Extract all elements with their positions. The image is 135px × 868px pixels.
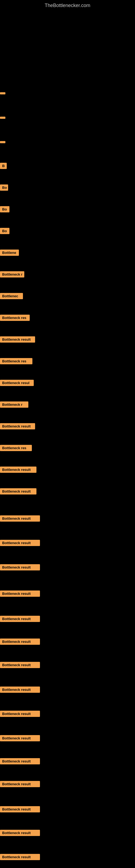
site-title: TheBottlenecker.com bbox=[0, 0, 135, 10]
bottleneck-result-box: Bottleneck result bbox=[0, 564, 40, 570]
bottleneck-result-box: Bottleneck res bbox=[0, 315, 30, 321]
bottleneck-result-box: Bottleneck result bbox=[0, 830, 40, 836]
bottleneck-result-box: Bottleneck result bbox=[0, 686, 40, 693]
bottleneck-result-box: Bottleneck r bbox=[0, 401, 28, 408]
bottleneck-result-box: Bottleneck r bbox=[0, 271, 24, 278]
bottleneck-result-box: B bbox=[0, 163, 7, 169]
bottleneck-result-box bbox=[0, 92, 5, 94]
bottleneck-result-box: Bottleneck res bbox=[0, 358, 32, 364]
bottleneck-result-box bbox=[0, 141, 5, 143]
bottleneck-result-box: Bottleneck result bbox=[0, 639, 40, 645]
bottleneck-result-box: Bottleneck result bbox=[0, 516, 40, 522]
bottleneck-result-box: Bottleneck result bbox=[0, 423, 35, 429]
bottleneck-result-box: Bottleneck res bbox=[0, 445, 32, 451]
bottleneck-result-box: Bottleneck result bbox=[0, 540, 40, 546]
bottleneck-result-box: Bottleneck result bbox=[0, 616, 40, 622]
bottleneck-result-box: Bottleneck result bbox=[0, 806, 40, 812]
bottleneck-result-box: Bottleneck resul bbox=[0, 380, 34, 386]
bottleneck-result-box: Bottleneck result bbox=[0, 662, 40, 668]
bottleneck-result-box: Bottleneck result bbox=[0, 735, 40, 741]
bottleneck-result-box: Bottleneck result bbox=[0, 854, 40, 860]
bottleneck-result-box: Bottleneck result bbox=[0, 336, 35, 343]
bottleneck-result-box: Bo bbox=[0, 206, 9, 212]
bottleneck-result-box: Bo bbox=[0, 184, 8, 191]
bottleneck-result-box: Bottlene bbox=[0, 250, 19, 256]
bottleneck-result-box bbox=[0, 117, 5, 119]
bottleneck-result-box: Bottleneck result bbox=[0, 488, 37, 495]
bottleneck-result-box: Bottleneck result bbox=[0, 467, 37, 473]
bottleneck-result-box: Bo bbox=[0, 228, 9, 234]
bottleneck-result-box: Bottleneck result bbox=[0, 711, 40, 717]
bottleneck-result-box: Bottleneck result bbox=[0, 590, 40, 597]
content-area: TheBottlenecker.com BBoBoBoBottleneBottl… bbox=[0, 0, 135, 10]
bottleneck-result-box: Bottlenec bbox=[0, 293, 23, 299]
bottleneck-result-box: Bottleneck result bbox=[0, 758, 40, 764]
bottleneck-result-box: Bottleneck result bbox=[0, 781, 40, 787]
